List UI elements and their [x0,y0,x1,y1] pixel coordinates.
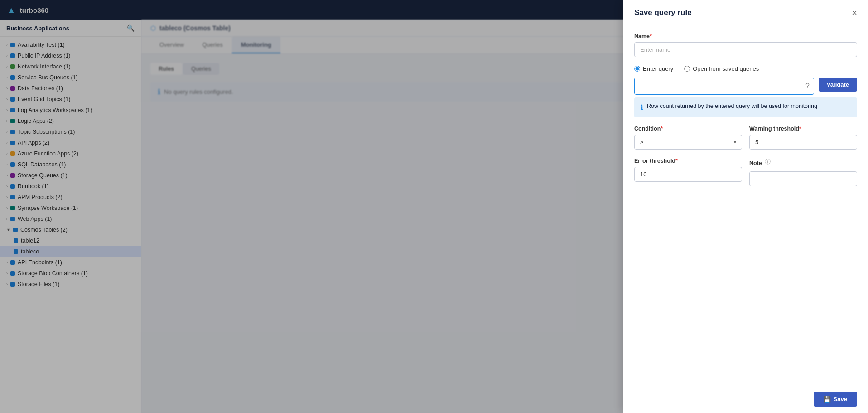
modal-header: Save query rule × [623,0,868,24]
name-input[interactable] [634,42,857,57]
query-input-wrap: ? [634,78,814,95]
note-label-wrap: Note ⓘ [749,158,857,169]
error-threshold-input[interactable] [634,167,742,182]
radio-enter-query[interactable]: Enter query [634,65,673,72]
info-banner: ℹ Row count returned by the entered quer… [634,97,857,117]
condition-warning-row: Condition* >>=<<==!= ▼ Warning threshold… [634,126,857,158]
note-info-icon[interactable]: ⓘ [765,158,771,166]
note-label: Note [749,160,762,166]
save-icon: 💾 [824,396,831,403]
note-field-group: Note ⓘ [749,158,857,186]
note-input[interactable] [749,171,857,186]
radio-label-open-saved: Open from saved queries [693,65,759,72]
info-banner-icon: ℹ [641,102,643,113]
condition-select-wrap: >>=<<==!= ▼ [634,135,742,150]
modal-overlay: Save query rule × Name* Enter queryOpen … [0,0,868,413]
validate-button[interactable]: Validate [819,78,857,92]
query-source-radio-group: Enter queryOpen from saved queries [634,65,857,72]
warning-threshold-field-group: Warning threshold* [749,126,857,150]
condition-select[interactable]: >>=<<==!= [634,135,742,150]
warning-threshold-input[interactable] [749,135,857,150]
condition-label: Condition* [634,126,742,132]
query-input-row: ? Validate [634,78,857,95]
error-threshold-label: Error threshold* [634,158,742,164]
name-field-group: Name* [634,33,857,57]
radio-open-saved[interactable]: Open from saved queries [684,65,759,72]
warning-threshold-label: Warning threshold* [749,126,857,132]
modal-title: Save query rule [634,8,692,17]
modal-body: Name* Enter queryOpen from saved queries… [623,24,868,385]
info-banner-text: Row count returned by the entered query … [647,102,817,111]
query-input[interactable] [634,78,814,95]
radio-label-enter-query: Enter query [643,65,673,72]
condition-field-group: Condition* >>=<<==!= ▼ [634,126,742,150]
modal-footer: 💾 Save [623,385,868,413]
name-label: Name* [634,33,857,39]
query-help-icon[interactable]: ? [805,82,810,90]
save-query-rule-modal: Save query rule × Name* Enter queryOpen … [623,0,868,413]
save-button[interactable]: 💾 Save [814,392,857,407]
close-button[interactable]: × [852,8,857,17]
save-label: Save [834,396,847,403]
error-threshold-field-group: Error threshold* [634,158,742,186]
error-note-row: Error threshold* Note ⓘ [634,158,857,194]
